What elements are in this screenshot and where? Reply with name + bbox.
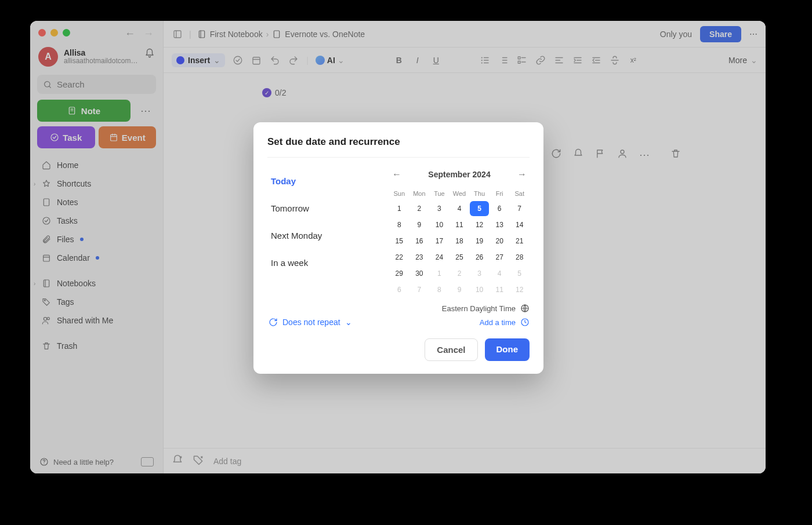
day-cell[interactable]: 8 [430, 282, 449, 297]
quick-today[interactable]: Today [267, 170, 372, 192]
quick-tomorrow[interactable]: Tomorrow [267, 198, 372, 219]
day-cell[interactable]: 19 [470, 234, 489, 249]
day-cell[interactable]: 6 [490, 201, 509, 216]
day-cell[interactable]: 12 [470, 217, 489, 232]
day-cell[interactable]: 5 [470, 201, 489, 216]
weekday-head: Sat [509, 188, 530, 200]
day-cell[interactable]: 11 [490, 282, 509, 297]
day-cell[interactable]: 29 [390, 266, 409, 281]
month-label: September 2024 [428, 170, 490, 179]
day-cell[interactable]: 16 [410, 234, 429, 249]
cancel-button[interactable]: Cancel [425, 338, 477, 361]
weekday-head: Tue [429, 188, 449, 200]
day-cell[interactable]: 14 [510, 217, 529, 232]
day-cell[interactable]: 20 [490, 234, 509, 249]
timezone[interactable]: Eastern Daylight Time [389, 304, 530, 313]
day-cell[interactable]: 7 [510, 201, 529, 216]
clock-icon [520, 318, 530, 327]
day-cell[interactable]: 17 [430, 234, 449, 249]
globe-icon [520, 304, 530, 313]
day-cell[interactable]: 26 [470, 250, 489, 265]
day-cell[interactable]: 15 [390, 234, 409, 249]
day-cell[interactable]: 10 [430, 217, 449, 232]
day-cell[interactable]: 18 [450, 234, 469, 249]
day-cell[interactable]: 10 [470, 282, 489, 297]
add-time[interactable]: Add a time [389, 318, 530, 327]
day-cell[interactable]: 4 [490, 266, 509, 281]
due-date-modal: Set due date and recurrence Today Tomorr… [253, 122, 543, 374]
day-cell[interactable]: 23 [410, 250, 429, 265]
day-cell[interactable]: 9 [410, 217, 429, 232]
next-month-icon[interactable]: → [516, 168, 528, 181]
weekday-head: Mon [409, 188, 430, 200]
day-cell[interactable]: 9 [450, 282, 469, 297]
done-button[interactable]: Done [485, 338, 530, 361]
day-cell[interactable]: 3 [470, 266, 489, 281]
repeat-selector[interactable]: Does not repeat ⌄ [267, 307, 378, 327]
day-cell[interactable]: 7 [410, 282, 429, 297]
day-cell[interactable]: 1 [430, 266, 449, 281]
quick-in-a-week[interactable]: In a week [267, 252, 372, 274]
day-cell[interactable]: 12 [510, 282, 529, 297]
day-cell[interactable]: 24 [430, 250, 449, 265]
weekday-head: Sun [389, 188, 409, 200]
repeat-icon [269, 318, 278, 327]
day-cell[interactable]: 1 [390, 201, 409, 216]
weekday-head: Wed [449, 188, 470, 200]
day-cell[interactable]: 25 [450, 250, 469, 265]
day-cell[interactable]: 11 [450, 217, 469, 232]
day-cell[interactable]: 8 [390, 217, 409, 232]
day-cell[interactable]: 6 [390, 282, 409, 297]
calendar: ← September 2024 → SunMonTueWedThuFriSat… [389, 168, 530, 327]
day-cell[interactable]: 28 [510, 250, 529, 265]
weekday-head: Fri [490, 188, 510, 200]
weekday-head: Thu [469, 188, 490, 200]
prev-month-icon[interactable]: ← [390, 168, 403, 181]
day-cell[interactable]: 22 [390, 250, 409, 265]
day-cell[interactable]: 2 [410, 201, 429, 216]
day-cell[interactable]: 30 [410, 266, 429, 281]
day-cell[interactable]: 21 [510, 234, 529, 249]
day-cell[interactable]: 27 [490, 250, 509, 265]
quick-next-monday[interactable]: Next Monday [267, 225, 372, 246]
day-cell[interactable]: 4 [450, 201, 469, 216]
day-cell[interactable]: 5 [510, 266, 529, 281]
day-cell[interactable]: 3 [430, 201, 449, 216]
modal-title: Set due date and recurrence [267, 136, 530, 158]
day-cell[interactable]: 2 [450, 266, 469, 281]
day-cell[interactable]: 13 [490, 217, 509, 232]
